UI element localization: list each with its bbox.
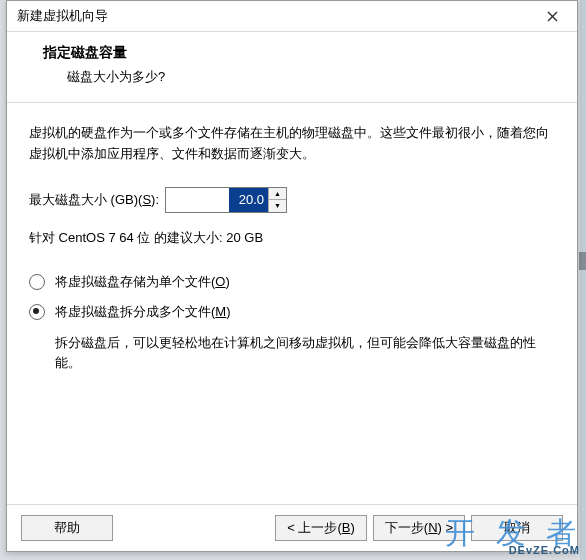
option-split-files[interactable]: 将虚拟磁盘拆分成多个文件(M) — [29, 303, 555, 321]
close-button[interactable] — [535, 4, 569, 28]
page-subtitle: 磁盘大小为多少? — [67, 68, 557, 86]
titlebar: 新建虚拟机向导 — [7, 1, 577, 32]
radio-icon — [29, 274, 45, 290]
spin-up-button[interactable]: ▲ — [269, 188, 286, 201]
help-button[interactable]: 帮助 — [21, 515, 113, 541]
close-icon — [547, 11, 558, 22]
wizard-window: 新建虚拟机向导 指定磁盘容量 磁盘大小为多少? 虚拟机的硬盘作为一个或多个文件存… — [6, 0, 578, 552]
disk-size-input[interactable] — [166, 188, 268, 212]
next-button[interactable]: 下一步(N) > — [373, 515, 465, 541]
window-title: 新建虚拟机向导 — [17, 8, 108, 25]
option-split-label: 将虚拟磁盘拆分成多个文件(M) — [55, 303, 231, 321]
radio-icon — [29, 304, 45, 320]
recommended-size-text: 针对 CentOS 7 64 位 的建议大小: 20 GB — [29, 229, 555, 247]
option-single-file[interactable]: 将虚拟磁盘存储为单个文件(O) — [29, 273, 555, 291]
spin-down-button[interactable]: ▼ — [269, 200, 286, 212]
page-title: 指定磁盘容量 — [43, 44, 557, 62]
disk-size-spinner[interactable]: ▲ ▼ — [165, 187, 287, 213]
cancel-button[interactable]: 取消 — [471, 515, 563, 541]
option-split-note: 拆分磁盘后，可以更轻松地在计算机之间移动虚拟机，但可能会降低大容量磁盘的性能。 — [55, 333, 555, 375]
back-button[interactable]: < 上一步(B) — [275, 515, 367, 541]
intro-text: 虚拟机的硬盘作为一个或多个文件存储在主机的物理磁盘中。这些文件最初很小，随着您向… — [29, 123, 555, 165]
wizard-header: 指定磁盘容量 磁盘大小为多少? — [7, 32, 577, 103]
option-single-label: 将虚拟磁盘存储为单个文件(O) — [55, 273, 230, 291]
wizard-body: 虚拟机的硬盘作为一个或多个文件存储在主机的物理磁盘中。这些文件最初很小，随着您向… — [7, 103, 577, 504]
disk-size-label: 最大磁盘大小 (GB)(S): — [29, 191, 159, 209]
wizard-footer: 帮助 < 上一步(B) 下一步(N) > 取消 — [7, 504, 577, 551]
disk-size-row: 最大磁盘大小 (GB)(S): ▲ ▼ — [29, 187, 555, 213]
